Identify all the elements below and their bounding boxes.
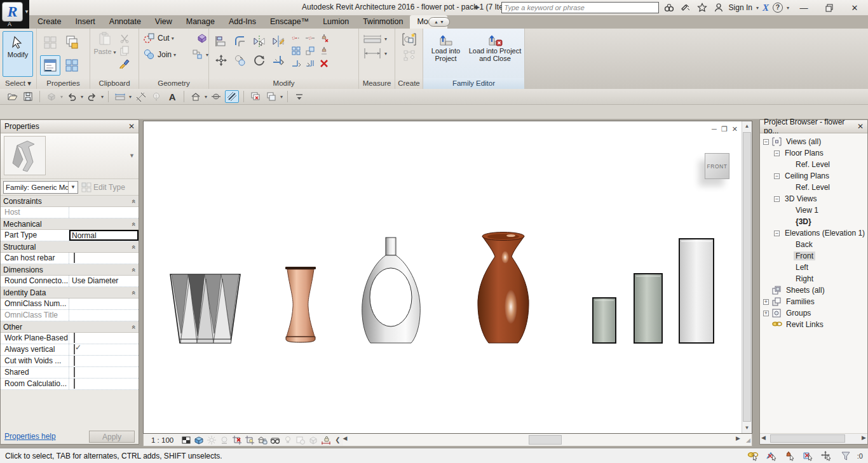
wall-joins-icon[interactable]: [191, 48, 204, 61]
default-3d-view-caret-icon[interactable]: ▾: [205, 94, 207, 100]
default-3d-view-icon[interactable]: [189, 90, 203, 103]
property-checkbox[interactable]: [74, 253, 75, 263]
mirror-draw-axis-icon[interactable]: [272, 35, 285, 48]
toolbar-expand-icon[interactable]: ▶: [475, 4, 480, 10]
tab-annotate[interactable]: Annotate: [102, 15, 148, 29]
tree-item-sheets-all-[interactable]: Sheets (all): [760, 285, 867, 296]
tree-item-ref-level[interactable]: Ref. Level: [760, 159, 867, 170]
communication-center-icon[interactable]: [679, 2, 692, 13]
revit-logo-icon[interactable]: R: [2, 2, 23, 22]
paste-button[interactable]: Paste ▾: [93, 31, 117, 77]
scroll-left-icon[interactable]: ◀: [343, 435, 348, 441]
match-type-properties-icon[interactable]: [119, 58, 130, 69]
rotate-icon[interactable]: [253, 54, 266, 67]
pin-icon[interactable]: [319, 46, 329, 56]
select-elements-by-face-icon[interactable]: [802, 450, 816, 462]
cope-icon[interactable]: [196, 32, 208, 44]
view-restore-icon[interactable]: ❐: [721, 125, 728, 133]
property-value[interactable]: Normal: [69, 230, 139, 241]
tree-item-ref-level[interactable]: Ref. Level: [760, 182, 867, 193]
tree-item-label[interactable]: Groups: [784, 309, 813, 318]
crop-view-icon[interactable]: [231, 434, 243, 445]
help-search-input[interactable]: [501, 2, 659, 13]
property-value[interactable]: [69, 207, 139, 218]
expand-toggle-icon[interactable]: +: [763, 311, 769, 316]
scroll-down-icon[interactable]: ▼: [742, 423, 752, 433]
tree-item-revit-links[interactable]: Revit Links: [760, 319, 867, 330]
cylinder-small[interactable]: [593, 298, 616, 343]
filter-icon[interactable]: [839, 450, 853, 462]
property-value[interactable]: [69, 379, 139, 389]
split-with-gap-icon[interactable]: [305, 33, 315, 43]
cut-to-clipboard-icon[interactable]: [119, 33, 130, 43]
property-checkbox[interactable]: [74, 379, 75, 389]
sign-in-caret-icon[interactable]: ▾: [756, 5, 759, 11]
help-caret-icon[interactable]: ▾: [787, 5, 789, 11]
switch-windows-caret-icon[interactable]: ▾: [280, 94, 283, 100]
collapse-toggle-icon[interactable]: −: [774, 231, 780, 236]
cylinder-medium[interactable]: [634, 274, 662, 343]
open-icon[interactable]: [5, 90, 19, 103]
redo-caret-icon[interactable]: ▾: [101, 94, 104, 100]
tab-create[interactable]: Create: [31, 15, 69, 29]
collapse-chevron-icon[interactable]: «: [130, 222, 138, 225]
sign-in-button[interactable]: Sign In: [729, 3, 752, 12]
family-connectors-button[interactable]: [62, 55, 82, 76]
redo-icon[interactable]: [85, 90, 99, 103]
property-checkbox[interactable]: [74, 367, 75, 377]
mirror-pick-axis-icon[interactable]: [253, 35, 266, 48]
show-crop-region-icon[interactable]: [243, 434, 256, 445]
browser-scroll-right-icon[interactable]: ▶: [862, 434, 866, 441]
trim-extend-icon[interactable]: [272, 54, 285, 67]
apply-button[interactable]: Apply: [89, 431, 135, 443]
search-binoculars-icon[interactable]: [663, 2, 675, 13]
browser-scroll-left-icon[interactable]: ◀: [761, 434, 766, 441]
resize-grip-icon[interactable]: ◢: [746, 437, 750, 443]
view-minimize-icon[interactable]: ─: [712, 125, 717, 133]
collapse-toggle-icon[interactable]: −: [774, 151, 780, 156]
properties-header[interactable]: Properties ✕: [1, 120, 139, 133]
tree-item-families[interactable]: +Families: [760, 296, 867, 307]
tree-item-label[interactable]: Ceiling Plans: [783, 171, 831, 180]
measure-qat-caret-icon[interactable]: ▾: [129, 94, 132, 100]
properties-palette-button[interactable]: [40, 55, 60, 76]
copy-to-clipboard-icon[interactable]: [119, 46, 130, 56]
cut-geometry-button[interactable]: Cut▾: [139, 30, 208, 46]
family-category-button[interactable]: [40, 32, 60, 53]
tree-item-label[interactable]: View 1: [794, 206, 820, 215]
property-section-mechanical[interactable]: Mechanical«: [1, 218, 139, 230]
property-value[interactable]: [69, 299, 139, 309]
ribbon-minimize-toggle[interactable]: ▲ ▼: [428, 17, 450, 27]
text-tool-icon[interactable]: A: [165, 90, 179, 103]
measure-tool-button[interactable]: ▾: [363, 34, 392, 44]
property-value[interactable]: [69, 253, 139, 264]
wall-joins-caret-icon[interactable]: ▾: [206, 52, 208, 58]
measure-qat-icon[interactable]: [113, 90, 127, 103]
array-icon[interactable]: [291, 46, 301, 56]
exchange-apps-icon[interactable]: X: [763, 3, 769, 13]
displaced-elements-icon[interactable]: [307, 434, 320, 445]
sun-path-icon[interactable]: [205, 434, 218, 445]
property-value[interactable]: [69, 344, 139, 355]
create-similar-icon[interactable]: [403, 50, 416, 62]
minimize-button[interactable]: —: [793, 1, 815, 14]
tree-item-label[interactable]: Left: [794, 263, 810, 272]
view-control-collapse-icon[interactable]: ❮: [332, 436, 342, 443]
create-group-icon[interactable]: [402, 32, 417, 47]
project-browser-header[interactable]: Project Browser - flower po... ✕: [760, 120, 867, 133]
property-section-structural[interactable]: Structural«: [1, 241, 139, 253]
undo-icon[interactable]: [65, 90, 79, 103]
select-pinned-elements-icon[interactable]: [783, 450, 797, 462]
vase-ring[interactable]: [362, 238, 421, 343]
family-types-button[interactable]: [62, 32, 82, 53]
tree-item-label[interactable]: 3D Views: [783, 194, 818, 203]
tree-item-label[interactable]: Ref. Level: [794, 183, 832, 192]
project-browser-scrollbar[interactable]: ◀ ▶: [760, 433, 867, 444]
tree-item-3d-views[interactable]: −3D Views: [760, 193, 867, 205]
property-value[interactable]: [69, 310, 139, 321]
tab-lumion[interactable]: Lumion: [316, 15, 356, 29]
view-close-icon[interactable]: ✕: [732, 125, 738, 133]
close-inactive-windows-icon[interactable]: [248, 90, 262, 103]
property-value[interactable]: [69, 367, 139, 378]
select-underlay-elements-icon[interactable]: [765, 450, 779, 462]
